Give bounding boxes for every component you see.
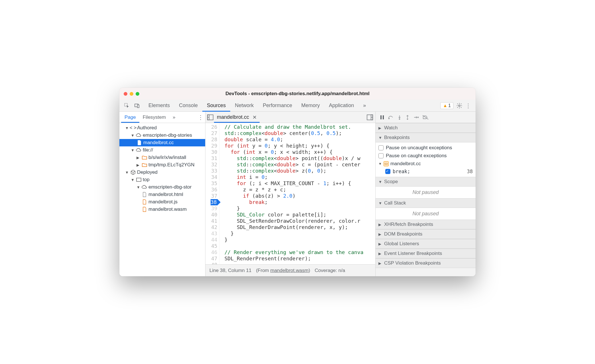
warnings-count: 1 bbox=[448, 103, 451, 108]
svg-point-12 bbox=[399, 118, 400, 119]
file-icon bbox=[136, 140, 142, 145]
maximize-window-button[interactable] bbox=[136, 92, 139, 96]
code-area[interactable]: // Calculate and draw the Mandelbrot set… bbox=[219, 123, 375, 264]
file-icon bbox=[142, 199, 147, 205]
line-gutter[interactable]: 2627282930313233343536373839404142434445… bbox=[205, 123, 219, 264]
pause-caught-row[interactable]: Pause on caught exceptions bbox=[378, 152, 473, 160]
navigator-tabs: Page Filesystem » ⋮ bbox=[119, 112, 205, 123]
section-callstack[interactable]: ▼Call Stack bbox=[376, 198, 476, 208]
pause-resume-icon[interactable] bbox=[380, 115, 385, 120]
tree-file-html[interactable]: mandelbrot.html bbox=[119, 191, 205, 198]
section-csp-breakpoints[interactable]: ▶CSP Violation Breakpoints bbox=[376, 258, 476, 268]
svg-point-13 bbox=[407, 118, 408, 119]
deactivate-breakpoints-icon[interactable] bbox=[422, 115, 429, 120]
breakpoint-file-row[interactable]: ▼ <> mandelbrot.cc bbox=[378, 160, 473, 168]
section-global-listeners[interactable]: ▶Global Listeners bbox=[376, 239, 476, 249]
tab-performance[interactable]: Performance bbox=[258, 100, 297, 111]
tree-file-mandelbrot-cc[interactable]: mandelbrot.cc bbox=[119, 139, 205, 146]
section-breakpoints[interactable]: ▼Breakpoints bbox=[376, 133, 476, 142]
section-xhr-breakpoints[interactable]: ▶XHR/fetch Breakpoints bbox=[376, 220, 476, 229]
editor-panel: mandelbrot.cc ✕ 262728293031323334353637… bbox=[205, 112, 375, 276]
navigator-sidebar: Page Filesystem » ⋮ ▼ < > Authored ▼ ems… bbox=[119, 112, 205, 276]
svg-rect-2 bbox=[137, 105, 139, 108]
tree-authored[interactable]: ▼ < > Authored bbox=[119, 124, 205, 132]
warnings-badge[interactable]: ▲ 1 bbox=[440, 102, 453, 109]
svg-rect-9 bbox=[380, 115, 382, 119]
cube-icon bbox=[130, 170, 136, 175]
tab-memory[interactable]: Memory bbox=[297, 100, 324, 111]
source-file-icon: <> bbox=[384, 161, 389, 166]
debugger-panel: ▶Watch ▼Breakpoints Pause on uncaught ex… bbox=[375, 112, 476, 276]
checkbox-icon[interactable] bbox=[378, 153, 384, 158]
checkbox-icon[interactable] bbox=[378, 145, 384, 150]
pause-uncaught-row[interactable]: Pause on uncaught exceptions bbox=[378, 144, 473, 152]
scope-not-paused: Not paused bbox=[376, 187, 476, 198]
file-icon bbox=[142, 207, 147, 212]
close-window-button[interactable] bbox=[124, 92, 127, 96]
toggle-navigator-icon[interactable] bbox=[207, 114, 214, 120]
folder-icon bbox=[142, 163, 147, 167]
nav-kebab-icon[interactable]: ⋮ bbox=[198, 114, 203, 121]
step-into-icon[interactable] bbox=[397, 115, 402, 120]
folder-icon bbox=[142, 156, 147, 159]
tree-folder-bsw[interactable]: ▶ b/s/w/ir/x/w/install bbox=[119, 154, 205, 161]
nav-tab-page[interactable]: Page bbox=[121, 112, 139, 123]
tab-elements[interactable]: Elements bbox=[144, 100, 174, 111]
svg-rect-5 bbox=[207, 115, 213, 120]
section-event-listener-breakpoints[interactable]: ▶Event Listener Breakpoints bbox=[376, 249, 476, 258]
brackets-icon: < > bbox=[130, 125, 136, 131]
tab-network[interactable]: Network bbox=[230, 100, 258, 111]
section-dom-breakpoints[interactable]: ▶DOM Breakpoints bbox=[376, 229, 476, 239]
file-tab[interactable]: mandelbrot.cc ✕ bbox=[214, 112, 260, 122]
traffic-lights bbox=[124, 92, 139, 96]
tree-folder-tmp[interactable]: ▶ tmp/tmp.ELcTq2YGN bbox=[119, 161, 205, 169]
section-watch[interactable]: ▶Watch bbox=[376, 123, 476, 133]
nav-tab-filesystem[interactable]: Filesystem bbox=[139, 112, 169, 123]
tab-console[interactable]: Console bbox=[174, 100, 202, 111]
tree-file-js[interactable]: mandelbrot.js bbox=[119, 198, 205, 206]
file-tree: ▼ < > Authored ▼ emscripten-dbg-stories … bbox=[119, 123, 205, 214]
callstack-not-paused: Not paused bbox=[376, 208, 476, 220]
editor-status-bar: Line 38, Column 11 (From mandelbrot.wasm… bbox=[205, 264, 375, 276]
warning-icon: ▲ bbox=[443, 103, 447, 108]
nav-tab-more[interactable]: » bbox=[169, 112, 179, 123]
tab-sources[interactable]: Sources bbox=[202, 100, 230, 111]
step-over-icon[interactable] bbox=[388, 115, 394, 120]
tab-application[interactable]: Application bbox=[324, 100, 358, 111]
breakpoint-entry[interactable]: break; 38 bbox=[378, 168, 473, 175]
file-tab-label: mandelbrot.cc bbox=[217, 114, 249, 120]
inspect-element-icon[interactable] bbox=[124, 103, 130, 109]
close-tab-icon[interactable]: ✕ bbox=[252, 114, 257, 120]
tree-file-protocol[interactable]: ▼ file:// bbox=[119, 146, 205, 154]
source-map-origin[interactable]: (From mandelbrot.wasm) bbox=[256, 268, 310, 273]
debugger-toolbar bbox=[376, 112, 476, 123]
tree-site-deployed[interactable]: ▼ emscripten-dbg-stor bbox=[119, 183, 205, 191]
step-icon[interactable] bbox=[413, 115, 419, 120]
kebab-menu-icon[interactable]: ⋮ bbox=[465, 102, 471, 109]
tree-deployed[interactable]: ▼ Deployed bbox=[119, 169, 205, 176]
tab-more[interactable]: » bbox=[358, 100, 370, 111]
svg-rect-4 bbox=[136, 178, 141, 181]
cloud-icon bbox=[136, 133, 142, 137]
breakpoints-body: Pause on uncaught exceptions Pause on ca… bbox=[376, 142, 476, 177]
tree-file-wasm[interactable]: mandelbrot.wasm bbox=[119, 206, 205, 213]
minimize-window-button[interactable] bbox=[130, 92, 133, 96]
toggle-debugger-icon[interactable] bbox=[367, 114, 374, 120]
svg-rect-6 bbox=[207, 115, 209, 120]
coverage-status: Coverage: n/a bbox=[315, 268, 345, 273]
svg-point-11 bbox=[389, 118, 390, 119]
tree-site-authored[interactable]: ▼ emscripten-dbg-stories bbox=[119, 132, 205, 139]
frame-icon bbox=[136, 178, 142, 182]
settings-icon[interactable] bbox=[456, 103, 462, 109]
code-editor[interactable]: 2627282930313233343536373839404142434445… bbox=[205, 123, 375, 264]
checkbox-checked-icon[interactable] bbox=[385, 169, 390, 174]
cloud-icon bbox=[136, 148, 142, 152]
file-icon bbox=[142, 192, 147, 197]
section-scope[interactable]: ▼Scope bbox=[376, 177, 476, 187]
devtools-window: DevTools - emscripten-dbg-stories.netlif… bbox=[119, 88, 476, 276]
panel-body: Page Filesystem » ⋮ ▼ < > Authored ▼ ems… bbox=[119, 112, 476, 276]
cursor-position: Line 38, Column 11 bbox=[209, 268, 251, 273]
tree-top[interactable]: ▼ top bbox=[119, 176, 205, 183]
step-out-icon[interactable] bbox=[405, 115, 410, 120]
device-toolbar-icon[interactable] bbox=[134, 103, 140, 109]
